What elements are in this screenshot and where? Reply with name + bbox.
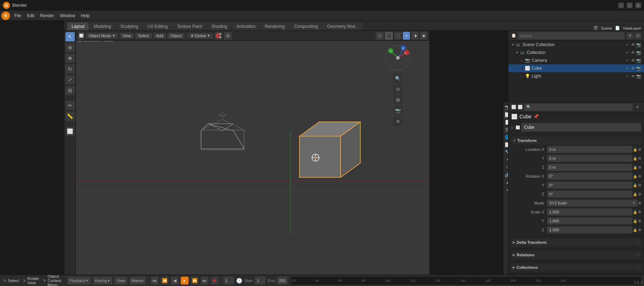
menu-edit[interactable]: Edit [24, 12, 37, 19]
tab-rendering[interactable]: Rendering [260, 23, 289, 30]
tool-move[interactable]: ✥ [65, 54, 75, 63]
play-button[interactable]: ⏵ [181, 277, 189, 285]
viewport-material-shading[interactable]: ◑ [411, 32, 419, 40]
timeline-keying-menu[interactable]: Keying ▼ [93, 277, 113, 285]
tool-annotate[interactable]: ✏ [65, 101, 75, 110]
location-z-value[interactable]: 0 m [547, 164, 633, 171]
location-x-value[interactable]: 0 m [547, 146, 633, 153]
menu-file[interactable]: File [11, 12, 24, 19]
rotation-x-lock[interactable]: 🔒 [633, 174, 638, 179]
viewport-solid-shading[interactable]: ● [403, 32, 410, 40]
location-y-lock[interactable]: 🔒 [633, 156, 638, 161]
collections-options[interactable]: ⋯ [636, 266, 640, 270]
current-frame-field[interactable]: 1 [223, 277, 234, 285]
outliner-item-scene-collection[interactable]: ▼ 🗂 Scene Collection ✓ 👁 📷 [508, 41, 644, 49]
location-z-lock[interactable]: 🔒 [633, 165, 638, 170]
delta-options[interactable]: ⋯ [636, 241, 640, 245]
cube-hide-icon[interactable]: 👁 [630, 66, 635, 71]
maximize-button[interactable]: □ [627, 3, 633, 8]
viewport-view-menu[interactable]: View [119, 33, 134, 39]
hide-icon[interactable]: 👁 [630, 42, 635, 47]
scale-z-value[interactable]: 1.000 [547, 226, 633, 233]
viewport-render-shading[interactable]: ◉ [420, 32, 427, 40]
viewport-proportional-icon[interactable]: ⊙ [224, 32, 232, 40]
cube-render-icon[interactable]: 📷 [636, 66, 641, 71]
relations-options[interactable]: ⋯ [636, 253, 640, 257]
close-button[interactable]: ✕ [635, 3, 641, 8]
record-button[interactable]: ⏺ [211, 277, 219, 285]
viewport-mode-dropdown[interactable]: Object Mode ▼ [86, 33, 118, 39]
viewlayer-name[interactable]: ViewLayer [623, 26, 641, 30]
rotation-z-lock[interactable]: 🔒 [633, 192, 638, 197]
viewport-transform-dropdown[interactable]: ⊕ Global ▼ [188, 33, 213, 39]
scale-z-lock[interactable]: 🔒 [633, 227, 638, 232]
tool-cursor[interactable]: ⊕ [65, 43, 75, 52]
tab-uv-editing[interactable]: UV Editing [143, 23, 172, 30]
tab-sculpting[interactable]: Sculpting [116, 23, 142, 30]
tool-measure[interactable]: 📏 [65, 112, 75, 121]
camera-render-icon[interactable]: 📷 [636, 58, 641, 63]
properties-search[interactable]: 🔍 [524, 104, 633, 111]
viewport-overlay-icon[interactable]: ⚆ [376, 32, 384, 40]
play-reverse-button[interactable]: ◀ [171, 277, 179, 285]
nav-gizmo[interactable]: X Y Z [384, 44, 412, 72]
camera-check-icon[interactable]: ✓ [625, 58, 630, 63]
scale-x-value[interactable]: 1.000 [547, 208, 633, 216]
viewport-snap-icon[interactable]: 🧲 [215, 32, 223, 40]
collections-header[interactable]: ▶ Collections ⋯ [511, 263, 641, 271]
mode-value[interactable]: XYZ Euler ▼ [547, 199, 638, 207]
visibility-check-icon[interactable]: ✓ [625, 42, 630, 47]
pin-icon[interactable]: 📌 [533, 114, 539, 119]
collection-check-icon[interactable]: ✓ [625, 50, 630, 55]
outliner-search[interactable] [518, 32, 625, 39]
frame-all-button[interactable]: ⊞ [393, 95, 402, 104]
tab-shading[interactable]: Shading [207, 23, 231, 30]
zoom-out-button[interactable]: ⊙ [393, 84, 402, 94]
camera-hide-icon[interactable]: 👁 [630, 58, 635, 63]
scale-x-lock[interactable]: 🔒 [633, 209, 638, 214]
tool-select[interactable]: ↖ [65, 32, 75, 41]
relations-header[interactable]: ▶ Relations ⋯ [511, 251, 641, 259]
outliner-filter-button[interactable]: ▼ [627, 33, 633, 39]
rotation-y-lock[interactable]: 🔒 [633, 183, 638, 188]
scale-y-lock[interactable]: 🔒 [633, 218, 638, 223]
viewport-mode-icon[interactable]: ⬜ [78, 32, 84, 40]
tab-animation[interactable]: Animation [232, 23, 260, 30]
outliner-item-light[interactable]: ▶ 💡 Light ✓ 👁 📷 [508, 72, 644, 80]
delta-transform-header[interactable]: ▶ Delta Transform ⋯ [511, 238, 641, 246]
scene-name[interactable]: Scene [601, 26, 612, 30]
viewport-select-menu[interactable]: Select [135, 33, 152, 39]
transform-section-header[interactable]: ▼ Transform [511, 137, 641, 144]
menu-render[interactable]: Render [37, 12, 57, 19]
light-check-icon[interactable]: ✓ [625, 74, 630, 79]
timeline-ruler[interactable]: 20 40 60 80 100 120 140 160 180 200 220 … [291, 277, 641, 285]
outliner-item-cube[interactable]: ▶ ⬜ Cube ✓ 👁 📷 [508, 64, 644, 72]
zoom-in-button[interactable]: 🔍 [393, 74, 402, 83]
tool-add-cube[interactable]: ⬜ [65, 127, 75, 136]
light-hide-icon[interactable]: 👁 [630, 74, 635, 79]
viewport-object-menu[interactable]: Object [167, 33, 185, 39]
start-frame-field[interactable]: 1 [255, 277, 265, 285]
props-mesh-name[interactable]: Cube [521, 123, 641, 132]
viewport-add-menu[interactable]: Add [153, 33, 166, 39]
toggle-camera-button[interactable]: 📷 [393, 106, 402, 115]
menu-help[interactable]: Help [78, 12, 93, 19]
jump-start-button[interactable]: ⏮ [151, 277, 158, 285]
tool-scale[interactable]: ⤢ [65, 75, 75, 84]
collection-render-icon[interactable]: 📷 [636, 50, 641, 55]
tool-transform[interactable]: ⊞ [65, 86, 75, 95]
light-render-icon[interactable]: 📷 [636, 74, 641, 79]
toggle-local-button[interactable]: ≋ [393, 117, 402, 126]
location-x-lock[interactable]: 🔒 [633, 147, 638, 152]
tab-texture-paint[interactable]: Texture Paint [173, 23, 206, 30]
timeline-marker-menu[interactable]: Marker [130, 277, 146, 285]
prev-keyframe-button[interactable]: ⏪ [161, 277, 169, 285]
outliner-item-collection[interactable]: ▼ 🗂 Collection ✓ 👁 📷 [508, 49, 644, 56]
viewport-3d[interactable]: User Perspective (1) Collection | Cube O… [76, 31, 429, 275]
rotation-x-value[interactable]: 0° [547, 173, 633, 180]
render-icon[interactable]: 📷 [636, 42, 641, 47]
rotation-z-value[interactable]: 0° [547, 191, 633, 198]
tab-compositing[interactable]: Compositing [290, 23, 322, 30]
menu-window[interactable]: Window [57, 12, 78, 19]
end-frame-field[interactable]: 250 [277, 277, 288, 285]
